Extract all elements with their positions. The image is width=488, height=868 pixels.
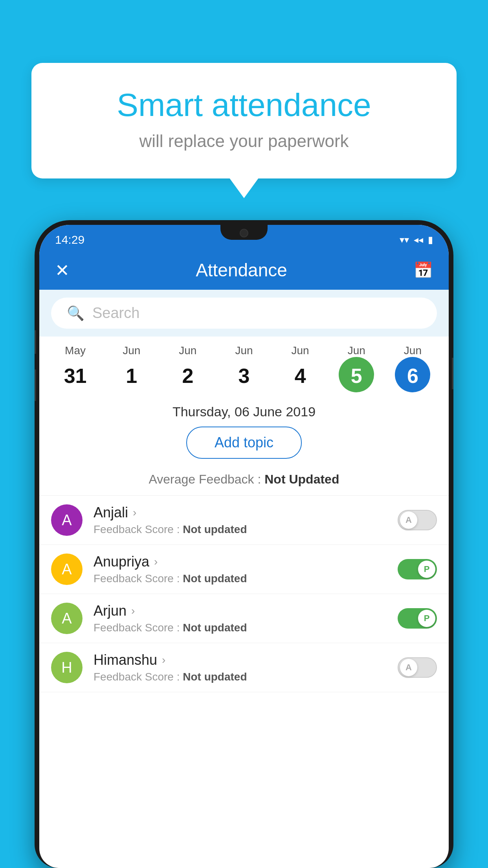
date-number: 31 <box>64 364 87 388</box>
date-item-2[interactable]: Jun2 <box>162 344 213 392</box>
phone-screen: 14:29 ▾▾ ◂◂ ▮ ✕ Attendance 📅 🔍 Search Ma… <box>39 225 449 868</box>
student-info: Arjun ›Feedback Score : Not updated <box>94 603 398 634</box>
date-item-5[interactable]: Jun5 <box>331 344 382 392</box>
search-icon: 🔍 <box>67 305 84 322</box>
avg-feedback-label: Average Feedback : <box>149 472 265 486</box>
date-item-3[interactable]: Jun3 <box>218 344 270 392</box>
student-avatar: A <box>51 554 83 585</box>
date-month: Jun <box>235 344 253 357</box>
attendance-toggle[interactable]: A <box>398 510 437 530</box>
date-item-6[interactable]: Jun6 <box>387 344 438 392</box>
feedback-score: Feedback Score : Not updated <box>94 523 398 536</box>
status-time: 14:29 <box>55 233 84 246</box>
search-bar[interactable]: 🔍 Search <box>51 298 437 329</box>
date-strip: May31Jun1Jun2Jun3Jun4Jun5Jun6 <box>39 337 449 392</box>
student-item[interactable]: AArjun ›Feedback Score : Not updatedP <box>39 594 449 643</box>
search-input[interactable]: Search <box>92 305 139 322</box>
student-info: Anupriya ›Feedback Score : Not updated <box>94 554 398 585</box>
volume-down-button <box>35 370 36 401</box>
attendance-toggle[interactable]: A <box>398 657 437 678</box>
signal-icon: ◂◂ <box>414 234 423 245</box>
add-topic-button[interactable]: Add topic <box>186 427 302 459</box>
close-button[interactable]: ✕ <box>55 260 70 280</box>
speech-bubble: Smart attendance will replace your paper… <box>31 63 457 178</box>
attendance-toggle[interactable]: P <box>398 559 437 579</box>
student-item[interactable]: AAnjali ›Feedback Score : Not updatedA <box>39 496 449 545</box>
feedback-score: Feedback Score : Not updated <box>94 671 398 683</box>
wifi-icon: ▾▾ <box>400 234 409 245</box>
front-camera <box>240 229 248 237</box>
student-avatar: H <box>51 652 83 683</box>
date-number: 4 <box>295 364 306 388</box>
student-avatar: A <box>51 504 83 536</box>
notch <box>220 225 268 240</box>
student-avatar: A <box>51 603 83 634</box>
student-name: Anjali › <box>94 504 398 521</box>
feedback-score: Feedback Score : Not updated <box>94 572 398 585</box>
student-name: Anupriya › <box>94 554 398 570</box>
bubble-subtitle: will replace your paperwork <box>63 131 425 151</box>
date-item-31[interactable]: May31 <box>50 344 101 392</box>
chevron-right-icon: › <box>154 555 158 568</box>
app-header: ✕ Attendance 📅 <box>39 250 449 290</box>
student-info: Anjali ›Feedback Score : Not updated <box>94 504 398 536</box>
power-button <box>452 358 453 389</box>
date-number: 3 <box>238 364 250 388</box>
avg-feedback-value: Not Updated <box>264 472 339 486</box>
student-name: Arjun › <box>94 603 398 619</box>
feedback-score: Feedback Score : Not updated <box>94 622 398 634</box>
chevron-right-icon: › <box>133 506 136 519</box>
date-month: May <box>65 344 86 357</box>
status-icons: ▾▾ ◂◂ ▮ <box>400 234 433 245</box>
add-topic-container: Add topic <box>39 427 449 467</box>
attendance-toggle[interactable]: P <box>398 608 437 629</box>
calendar-icon[interactable]: 📅 <box>413 261 433 280</box>
app-title: Attendance <box>196 259 287 281</box>
date-month: Jun <box>404 344 422 357</box>
chevron-right-icon: › <box>162 654 165 666</box>
student-item[interactable]: HHimanshu ›Feedback Score : Not updatedA <box>39 643 449 692</box>
date-number: 5 <box>351 364 362 388</box>
student-info: Himanshu ›Feedback Score : Not updated <box>94 652 398 683</box>
student-list: AAnjali ›Feedback Score : Not updatedAAA… <box>39 496 449 692</box>
date-item-1[interactable]: Jun1 <box>106 344 157 392</box>
selected-date-label: Thursday, 06 June 2019 <box>39 392 449 427</box>
date-number: 2 <box>182 364 193 388</box>
bubble-title: Smart attendance <box>63 86 425 123</box>
chevron-right-icon: › <box>131 605 135 617</box>
search-container: 🔍 Search <box>39 290 449 337</box>
date-month: Jun <box>348 344 365 357</box>
volume-up-button <box>35 330 36 354</box>
date-number: 6 <box>407 364 418 388</box>
avg-feedback: Average Feedback : Not Updated <box>39 467 449 496</box>
date-number: 1 <box>126 364 137 388</box>
date-month: Jun <box>179 344 196 357</box>
student-name: Himanshu › <box>94 652 398 668</box>
student-item[interactable]: AAnupriya ›Feedback Score : Not updatedP <box>39 545 449 594</box>
date-item-4[interactable]: Jun4 <box>275 344 326 392</box>
date-month: Jun <box>123 344 140 357</box>
phone-frame: 14:29 ▾▾ ◂◂ ▮ ✕ Attendance 📅 🔍 Search Ma… <box>35 220 453 868</box>
date-month: Jun <box>292 344 309 357</box>
battery-icon: ▮ <box>428 234 433 245</box>
